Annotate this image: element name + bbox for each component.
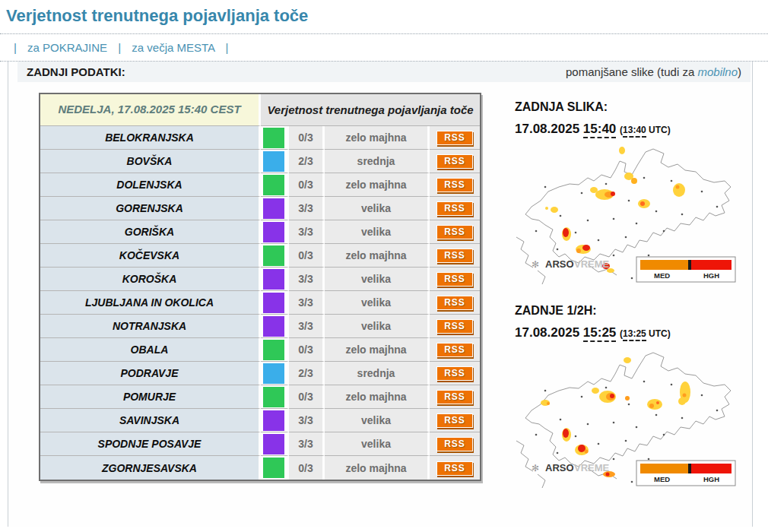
level-label: zelo majhna — [325, 244, 430, 268]
level-label: velika — [325, 220, 430, 244]
svg-text:MED: MED — [654, 475, 670, 483]
hail-map-latest[interactable]: ✻ ARSO VREME MED HGH — [515, 141, 741, 287]
table-row: ZGORNJESAVSKA0/3zelo majhnaRSS — [40, 456, 480, 480]
utc-time-link[interactable]: 13:40 — [623, 125, 646, 138]
level-label: zelo majhna — [325, 385, 430, 409]
utc-close: UTC) — [646, 125, 671, 135]
table-row: SAVINJSKA3/3velikaRSS — [40, 409, 480, 432]
rss-button[interactable]: RSS — [436, 319, 473, 334]
map-time-link[interactable]: 15:40 — [583, 122, 616, 138]
rss-cell: RSS — [430, 244, 480, 268]
rss-button[interactable]: RSS — [436, 272, 473, 287]
svg-text:ARSO: ARSO — [545, 258, 574, 270]
region-name: POMURJE — [40, 385, 261, 409]
hail-map-halfhour[interactable]: ✻ ARSO VREME MED HGH — [515, 345, 741, 491]
region-name: DOLENJSKA — [40, 173, 261, 197]
mobile-link[interactable]: mobilno — [697, 65, 738, 78]
region-name: ZGORNJESAVSKA — [40, 456, 261, 480]
rss-button[interactable]: RSS — [436, 178, 473, 192]
level-color-swatch — [263, 128, 284, 148]
score-value: 3/3 — [289, 220, 325, 244]
arso-watermark: ✻ ARSO VREME — [532, 258, 610, 270]
rss-cell: RSS — [430, 268, 480, 291]
rss-cell: RSS — [430, 126, 480, 150]
region-name: SAVINJSKA — [40, 409, 261, 432]
utc-time-link[interactable]: 13:25 — [623, 328, 646, 341]
score-value: 2/3 — [289, 150, 325, 173]
rss-button[interactable]: RSS — [436, 201, 473, 216]
content-panel: ZADNJI PODATKI: pomanjšane slike (tudi z… — [8, 62, 753, 527]
table-header-row: NEDELJA, 17.08.2025 15:40 CEST Verjetnos… — [40, 94, 480, 126]
level-swatch-cell — [261, 150, 289, 173]
score-value: 2/3 — [289, 362, 325, 385]
level-label: velika — [325, 291, 430, 315]
region-name: NOTRANJSKA — [40, 315, 261, 338]
table-row: BELOKRANJSKA0/3zelo majhnaRSS — [40, 126, 480, 150]
map-legend: MED HGH — [636, 461, 735, 486]
map-date-text: 17.08.2025 — [515, 122, 579, 136]
level-swatch-cell — [261, 385, 289, 409]
table-row: KOČEVSKA0/3zelo majhnaRSS — [40, 244, 480, 268]
table-header-title: Verjetnost trenutnega pojavljanja toče — [261, 94, 480, 126]
rss-cell: RSS — [430, 432, 480, 456]
region-name: BOVŠKA — [40, 150, 261, 173]
legend-hgh-swatch — [691, 260, 732, 270]
level-label: srednja — [325, 362, 430, 385]
hail-table-body: BELOKRANJSKA0/3zelo majhnaRSS BOVŠKA2/3s… — [40, 126, 480, 480]
level-color-swatch — [263, 316, 284, 337]
nav-link-mesta[interactable]: za večja MESTA — [132, 41, 214, 54]
level-swatch-cell — [261, 268, 289, 291]
region-name: GORENJSKA — [40, 197, 261, 220]
score-value: 0/3 — [289, 456, 325, 480]
score-value: 3/3 — [289, 291, 325, 315]
table-header-datetime: NEDELJA, 17.08.2025 15:40 CEST — [40, 94, 261, 126]
map-datetime-halfhour: 17.08.2025 15:25 (13:25 UTC) — [515, 325, 741, 340]
table-row: NOTRANJSKA3/3velikaRSS — [40, 315, 480, 338]
rss-button[interactable]: RSS — [436, 296, 473, 310]
rss-cell: RSS — [430, 409, 480, 432]
nav-link-pokrajine[interactable]: za POKRAJINE — [27, 41, 107, 54]
score-value: 3/3 — [289, 409, 325, 432]
table-row: BOVŠKA2/3srednjaRSS — [40, 150, 480, 173]
hail-table-container: NEDELJA, 17.08.2025 15:40 CEST Verjetnos… — [39, 93, 481, 508]
rss-button[interactable]: RSS — [436, 461, 473, 476]
level-label: zelo majhna — [325, 126, 430, 150]
level-label: zelo majhna — [325, 173, 430, 197]
rss-cell: RSS — [430, 197, 480, 220]
table-row: SPODNJE POSAVJE3/3velikaRSS — [40, 432, 480, 456]
hail-detection-blobs — [545, 147, 685, 273]
rss-cell: RSS — [430, 220, 480, 244]
region-name: KOČEVSKA — [40, 244, 261, 268]
rss-button[interactable]: RSS — [436, 249, 473, 263]
level-color-swatch — [263, 363, 284, 384]
level-color-swatch — [263, 434, 284, 454]
rss-cell: RSS — [430, 338, 480, 362]
rss-button[interactable]: RSS — [436, 390, 473, 404]
rss-button[interactable]: RSS — [436, 343, 473, 357]
rss-button[interactable]: RSS — [436, 154, 473, 169]
score-value: 3/3 — [289, 432, 325, 456]
level-swatch-cell — [261, 126, 289, 150]
map-time-link[interactable]: 15:25 — [583, 325, 616, 342]
level-color-swatch — [263, 175, 284, 195]
score-value: 3/3 — [289, 315, 325, 338]
snowflake-icon: ✻ — [532, 259, 539, 270]
map-date-text: 17.08.2025 — [515, 325, 579, 340]
map-legend: MED HGH — [636, 257, 735, 282]
rss-cell: RSS — [430, 362, 480, 385]
level-color-swatch — [263, 198, 284, 219]
rss-button[interactable]: RSS — [436, 437, 473, 451]
page-title: Verjetnost trenutnega pojavljanja toče — [0, 0, 768, 33]
level-color-swatch — [263, 340, 284, 360]
table-row: PODRAVJE2/3srednjaRSS — [40, 362, 480, 385]
rss-button[interactable]: RSS — [436, 225, 473, 239]
rss-button[interactable]: RSS — [436, 131, 473, 145]
level-swatch-cell — [261, 409, 289, 432]
level-swatch-cell — [261, 432, 289, 456]
level-swatch-cell — [261, 362, 289, 385]
hail-detection-blobs — [541, 357, 690, 477]
rss-button[interactable]: RSS — [436, 366, 473, 381]
region-name: OBALA — [40, 338, 261, 362]
level-color-swatch — [263, 222, 284, 242]
rss-button[interactable]: RSS — [436, 413, 473, 428]
